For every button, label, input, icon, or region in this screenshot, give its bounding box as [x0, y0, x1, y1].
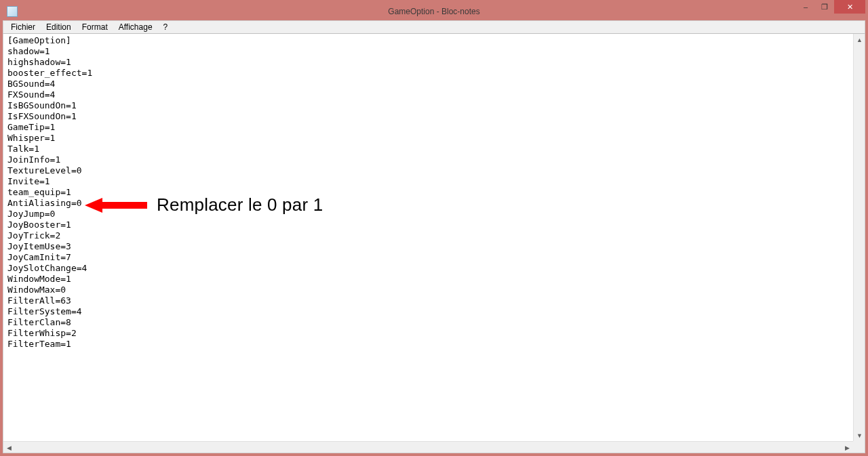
- scroll-left-icon[interactable]: ◀: [3, 442, 15, 453]
- window-controls: – ❐ ✕: [796, 0, 865, 14]
- scroll-up-icon[interactable]: ▲: [854, 34, 865, 45]
- menu-fichier[interactable]: Fichier: [6, 22, 40, 33]
- editor-text[interactable]: [GameOption] shadow=1 highshadow=1 boost…: [3, 34, 865, 351]
- close-button[interactable]: ✕: [834, 0, 865, 14]
- horizontal-scrollbar[interactable]: ◀ ▶: [3, 441, 853, 453]
- menu-edition[interactable]: Edition: [41, 22, 76, 33]
- scroll-corner: [853, 441, 865, 453]
- scroll-right-icon[interactable]: ▶: [842, 442, 853, 453]
- vertical-scrollbar[interactable]: ▲ ▼: [853, 34, 865, 441]
- menu-affichage[interactable]: Affichage: [114, 22, 157, 33]
- menu-help[interactable]: ?: [159, 22, 173, 33]
- scroll-down-icon[interactable]: ▼: [854, 430, 865, 441]
- menu-format[interactable]: Format: [77, 22, 113, 33]
- window-title: GameOption - Bloc-notes: [388, 7, 479, 16]
- menubar: Fichier Edition Format Affichage ?: [3, 20, 865, 34]
- maximize-button[interactable]: ❐: [815, 0, 834, 14]
- minimize-button[interactable]: –: [796, 0, 815, 14]
- editor-area[interactable]: [GameOption] shadow=1 highshadow=1 boost…: [3, 34, 865, 453]
- window: GameOption - Bloc-notes – ❐ ✕ Fichier Ed…: [3, 3, 865, 453]
- titlebar[interactable]: GameOption - Bloc-notes – ❐ ✕: [3, 3, 865, 20]
- notepad-icon: [7, 6, 18, 17]
